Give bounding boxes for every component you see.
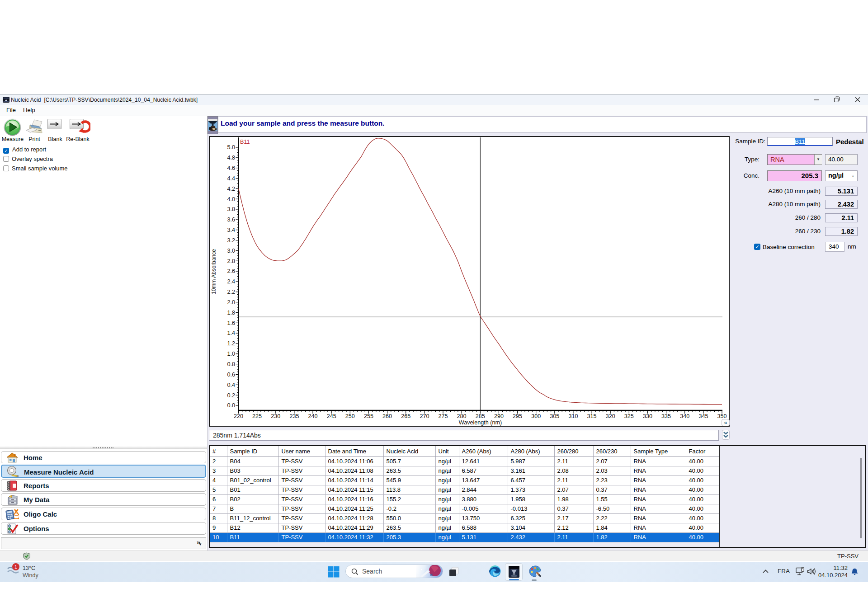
- svg-text:1.6: 1.6: [227, 320, 235, 326]
- svg-text:0.2: 0.2: [227, 392, 235, 399]
- svg-text:4.2: 4.2: [227, 186, 235, 192]
- svg-text:1.4: 1.4: [227, 330, 235, 336]
- svg-text:230: 230: [271, 413, 280, 419]
- svg-text:1.2: 1.2: [227, 340, 235, 347]
- svg-text:1.8: 1.8: [227, 310, 235, 316]
- svg-text:350: 350: [717, 413, 726, 419]
- svg-text:0.4: 0.4: [227, 382, 235, 388]
- svg-text:225: 225: [252, 413, 262, 419]
- svg-text:325: 325: [624, 413, 634, 419]
- svg-text:4.6: 4.6: [227, 165, 235, 171]
- svg-text:245: 245: [327, 413, 336, 419]
- svg-text:Wavelength (nm): Wavelength (nm): [459, 419, 502, 426]
- svg-text:335: 335: [661, 413, 671, 419]
- svg-text:10mm Absorbance: 10mm Absorbance: [211, 249, 217, 294]
- svg-text:4.8: 4.8: [227, 155, 235, 161]
- svg-text:265: 265: [401, 413, 410, 419]
- svg-text:345: 345: [698, 413, 708, 419]
- svg-text:320: 320: [606, 413, 615, 419]
- svg-text:290: 290: [494, 413, 504, 419]
- svg-text:300: 300: [531, 413, 541, 419]
- svg-text:4.4: 4.4: [227, 175, 235, 182]
- svg-text:2.8: 2.8: [227, 258, 235, 264]
- svg-text:2.4: 2.4: [227, 278, 235, 285]
- svg-text:275: 275: [438, 413, 448, 419]
- svg-text:315: 315: [587, 413, 597, 419]
- svg-text:0.0: 0.0: [227, 402, 235, 409]
- svg-text:280: 280: [457, 413, 467, 419]
- svg-text:3.6: 3.6: [227, 216, 235, 223]
- svg-text:330: 330: [643, 413, 652, 419]
- svg-text:2.0: 2.0: [227, 299, 235, 306]
- svg-text:5.0: 5.0: [227, 144, 235, 151]
- svg-text:2.2: 2.2: [227, 289, 235, 295]
- svg-text:270: 270: [420, 413, 429, 419]
- svg-text:220: 220: [234, 413, 243, 419]
- svg-text:260: 260: [382, 413, 392, 419]
- svg-text:1.0: 1.0: [227, 351, 235, 357]
- svg-text:0.8: 0.8: [227, 361, 235, 367]
- svg-text:0.6: 0.6: [227, 372, 235, 378]
- svg-text:295: 295: [513, 413, 522, 419]
- svg-text:240: 240: [308, 413, 317, 419]
- svg-text:4.0: 4.0: [227, 196, 235, 202]
- svg-text:310: 310: [568, 413, 578, 419]
- svg-text:340: 340: [680, 413, 689, 419]
- svg-text:B11: B11: [240, 139, 250, 145]
- svg-text:305: 305: [550, 413, 559, 419]
- svg-text:3.8: 3.8: [227, 206, 235, 212]
- svg-text:3.0: 3.0: [227, 248, 235, 254]
- svg-text:235: 235: [289, 413, 299, 419]
- svg-text:3.4: 3.4: [227, 227, 235, 233]
- svg-text:285: 285: [476, 413, 485, 419]
- svg-text:255: 255: [364, 413, 373, 419]
- svg-text:2.6: 2.6: [227, 268, 235, 274]
- svg-text:3.2: 3.2: [227, 237, 235, 244]
- svg-text:250: 250: [345, 413, 355, 419]
